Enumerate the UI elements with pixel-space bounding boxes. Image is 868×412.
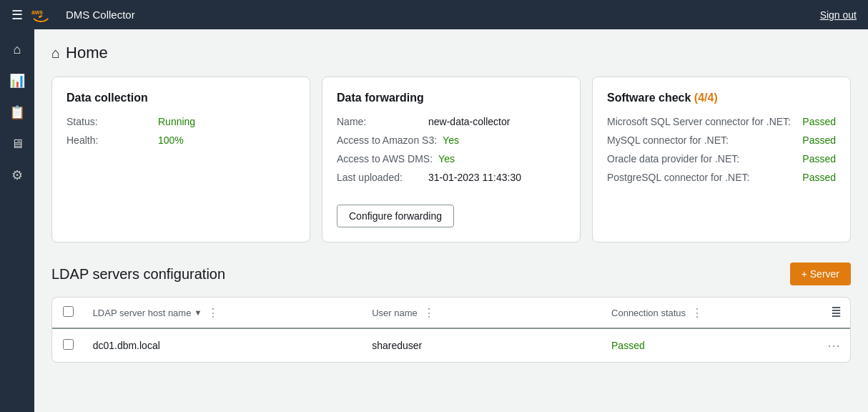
data-collection-card: Data collection Status: Running Health: …	[51, 77, 310, 242]
header-user-label: User name	[372, 308, 418, 318]
status-value: Running	[158, 116, 195, 127]
row-user-cell: shareduser	[363, 328, 603, 362]
main-content: ⌂ Home Data collection Status: Running H…	[34, 29, 868, 412]
hamburger-icon[interactable]: ☰	[11, 7, 23, 23]
home-icon: ⌂	[14, 42, 21, 57]
forwarding-uploaded-row: Last uploaded: 31-01-2023 11:43:30	[337, 172, 566, 183]
software-checks-list: Microsoft SQL Server connector for .NET:…	[607, 116, 836, 183]
layout: ⌂ 📊 📋 🖥 ⚙ ⌂ Home Data collection Stat	[0, 29, 868, 412]
header-status-label: Connection status	[611, 308, 686, 318]
software-check-count: (4/4)	[694, 92, 718, 104]
ldap-table-container: LDAP server host name ▼ ⋮ User name ⋮	[51, 297, 851, 363]
software-check-title-text: Software check	[607, 92, 691, 104]
row-host-cell: dc01.dbm.local	[84, 328, 364, 362]
rows-icon[interactable]: ≣	[831, 305, 842, 320]
page-title: ⌂ Home	[51, 44, 851, 62]
row-status-cell: Passed	[603, 328, 802, 362]
software-check-row: PostgreSQL connector for .NET: Passed	[607, 172, 836, 183]
software-check-title: Software check (4/4)	[607, 92, 836, 104]
row-checkbox[interactable]	[63, 339, 74, 350]
page-home-icon: ⌂	[51, 45, 60, 62]
forwarding-dms-row: Access to AWS DMS: Yes	[337, 153, 566, 165]
app-title: DMS Collector	[66, 9, 135, 21]
software-check-value: Passed	[802, 153, 836, 165]
sidebar-item-servers[interactable]: 🖥	[3, 129, 31, 158]
data-forwarding-title: Data forwarding	[337, 92, 566, 104]
page-title-text: Home	[66, 44, 108, 62]
header-host: LDAP server host name ▼ ⋮	[84, 298, 364, 328]
svg-text:aws: aws	[31, 9, 43, 16]
data-collection-title: Data collection	[66, 92, 295, 104]
data-collection-health-row: Health: 100%	[66, 134, 295, 146]
header-host-label: LDAP server host name	[93, 308, 192, 318]
top-nav: ☰ aws DMS Collector Sign out	[0, 0, 868, 29]
health-value: 100%	[158, 134, 184, 146]
sidebar-item-list[interactable]: 📋	[3, 98, 31, 127]
row-host-value: dc01.dbm.local	[93, 340, 160, 351]
status-col-menu-icon[interactable]: ⋮	[691, 306, 703, 320]
row-status-value: Passed	[611, 340, 645, 351]
row-actions-cell: ⋯	[802, 328, 850, 362]
host-col-menu-icon[interactable]: ⋮	[207, 306, 219, 320]
software-check-row: MySQL connector for .NET: Passed	[607, 134, 836, 146]
table-header: LDAP server host name ▼ ⋮ User name ⋮	[52, 298, 850, 328]
software-check-label: PostgreSQL connector for .NET:	[607, 172, 749, 183]
software-check-row: Microsoft SQL Server connector for .NET:…	[607, 116, 836, 127]
sidebar: ⌂ 📊 📋 🖥 ⚙	[0, 29, 34, 412]
health-label: Health:	[66, 134, 152, 146]
forwarding-name-label: Name:	[337, 116, 423, 127]
select-all-checkbox[interactable]	[63, 306, 74, 317]
user-col-menu-icon[interactable]: ⋮	[423, 306, 435, 320]
header-checkbox-col	[52, 298, 84, 328]
software-check-label: MySQL connector for .NET:	[607, 134, 729, 146]
aws-logo-mark: aws	[31, 6, 57, 24]
header-status: Connection status ⋮	[603, 298, 802, 328]
sidebar-item-data[interactable]: 📊	[3, 67, 31, 95]
forwarding-s3-row: Access to Amazon S3: Yes	[337, 134, 566, 146]
table-body: dc01.dbm.local shareduser Passed ⋯	[52, 328, 850, 362]
data-collection-status-row: Status: Running	[66, 116, 295, 127]
row-checkbox-cell	[52, 328, 84, 362]
row-actions-menu-icon[interactable]: ⋯	[827, 338, 842, 353]
table-row: dc01.dbm.local shareduser Passed ⋯	[52, 328, 850, 362]
aws-logo: aws	[31, 6, 57, 24]
cards-row: Data collection Status: Running Health: …	[51, 77, 851, 242]
sidebar-item-home[interactable]: ⌂	[3, 35, 31, 64]
ldap-table: LDAP server host name ▼ ⋮ User name ⋮	[52, 298, 850, 362]
software-check-value: Passed	[802, 172, 836, 183]
forwarding-s3-value: Yes	[443, 134, 459, 146]
data-forwarding-card: Data forwarding Name: new-data-collector…	[322, 77, 581, 242]
add-server-button[interactable]: + Server	[790, 263, 851, 285]
software-check-label: Microsoft SQL Server connector for .NET:	[607, 116, 791, 127]
software-check-label: Oracle data provider for .NET:	[607, 153, 739, 165]
ldap-section-header: LDAP servers configuration + Server	[51, 263, 851, 285]
servers-icon: 🖥	[11, 137, 24, 152]
data-icon: 📊	[9, 73, 25, 89]
nav-left: ☰ aws DMS Collector	[11, 6, 135, 24]
ldap-section-title: LDAP servers configuration	[51, 266, 225, 283]
header-actions: ≣	[802, 298, 850, 328]
row-user-value: shareduser	[372, 340, 422, 351]
sign-out-link[interactable]: Sign out	[820, 9, 857, 21]
software-check-card: Software check (4/4) Microsoft SQL Serve…	[592, 77, 851, 242]
software-check-value: Passed	[802, 134, 836, 146]
header-user: User name ⋮	[363, 298, 603, 328]
config-icon: ⚙	[11, 167, 23, 183]
software-check-value: Passed	[802, 116, 836, 127]
sidebar-item-config[interactable]: ⚙	[3, 161, 31, 190]
forwarding-name-value: new-data-collector	[428, 116, 510, 127]
forwarding-s3-label: Access to Amazon S3:	[337, 134, 437, 146]
forwarding-name-row: Name: new-data-collector	[337, 116, 566, 127]
forwarding-dms-label: Access to AWS DMS:	[337, 153, 433, 165]
forwarding-uploaded-value: 31-01-2023 11:43:30	[428, 172, 521, 183]
table-header-row: LDAP server host name ▼ ⋮ User name ⋮	[52, 298, 850, 328]
list-icon: 📋	[9, 104, 25, 120]
forwarding-dms-value: Yes	[438, 153, 455, 165]
software-check-row: Oracle data provider for .NET: Passed	[607, 153, 836, 165]
sort-icon[interactable]: ▼	[194, 308, 202, 317]
status-label: Status:	[66, 116, 152, 127]
forwarding-uploaded-label: Last uploaded:	[337, 172, 423, 183]
configure-forwarding-button[interactable]: Configure forwarding	[337, 205, 454, 227]
